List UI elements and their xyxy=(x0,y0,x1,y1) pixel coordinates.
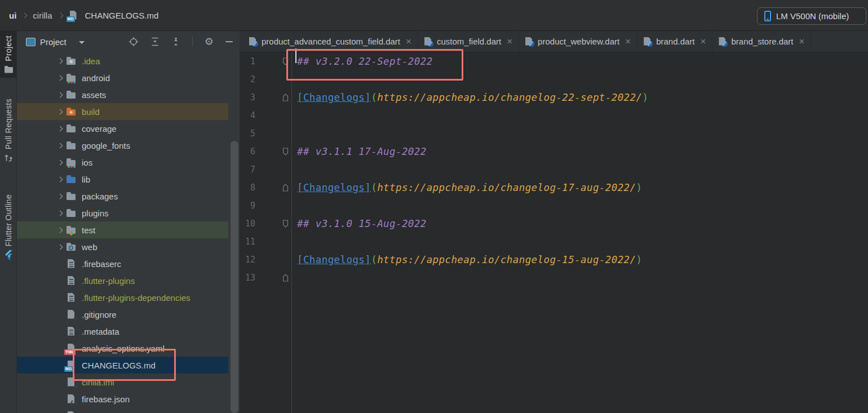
module-folder-icon xyxy=(67,73,77,83)
code-segment-p: ) xyxy=(636,254,642,265)
tree-item-plugins[interactable]: plugins xyxy=(17,205,228,221)
tree-item-label: .idea xyxy=(82,56,100,66)
fold-marker-icon[interactable] xyxy=(257,93,291,102)
tree-item-label: ios xyxy=(82,158,92,167)
tree-item-.idea[interactable]: ✳.idea xyxy=(17,52,228,69)
chevron-right-icon[interactable] xyxy=(53,110,67,114)
project-panel-title[interactable]: Project xyxy=(40,37,67,47)
line-number: 10 xyxy=(240,219,257,229)
code-line-10[interactable]: 10## v3.1.0 15-Aug-2022 xyxy=(240,215,868,233)
vertical-scrollbar[interactable] xyxy=(231,141,238,413)
line-number: 11 xyxy=(240,237,257,247)
folder-icon xyxy=(67,208,77,218)
close-tab-icon[interactable]: × xyxy=(406,37,411,46)
expand-all-icon[interactable] xyxy=(150,37,160,46)
code-line-3[interactable]: 3[Changelogs](https://appcheap.io/change… xyxy=(240,88,868,106)
file-icon xyxy=(67,411,77,413)
tree-item-coverage[interactable]: coverage xyxy=(17,120,228,137)
tree-item-google_fonts[interactable]: google_fonts xyxy=(17,137,228,154)
chevron-down-icon[interactable] xyxy=(79,41,85,44)
chevron-right-icon[interactable] xyxy=(53,211,67,215)
close-tab-icon[interactable]: × xyxy=(507,37,512,46)
line-number: 8 xyxy=(240,183,257,193)
tree-item-web[interactable]: web xyxy=(17,238,228,255)
stripe-tab-project[interactable]: Project xyxy=(0,31,17,78)
line-number: 6 xyxy=(240,146,257,157)
code-line-11[interactable]: 11 xyxy=(240,233,868,251)
chevron-right-icon[interactable] xyxy=(53,228,67,232)
tree-item-.flutter-plugins-dependencies[interactable]: .flutter-plugins-dependencies xyxy=(17,289,228,306)
tree-item-.metadata[interactable]: .metadata xyxy=(17,323,228,340)
tree-item-android[interactable]: android xyxy=(17,69,228,86)
flutter-icon xyxy=(5,250,13,260)
chevron-right-icon[interactable] xyxy=(53,144,67,148)
tree-item-build[interactable]: ✳build xyxy=(17,103,228,120)
close-tab-icon[interactable]: × xyxy=(701,37,706,46)
fold-marker-icon[interactable] xyxy=(257,219,291,228)
collapse-all-icon[interactable] xyxy=(171,37,180,46)
editor-tab-product_webview.dart[interactable]: product_webview.dart× xyxy=(519,31,637,52)
chevron-right-icon[interactable] xyxy=(53,127,67,131)
editor-tab-label: brand_store.dart xyxy=(731,37,793,46)
breadcrumb-root[interactable]: ui xyxy=(9,11,16,20)
tree-item-test[interactable]: test xyxy=(17,221,228,238)
code-segment-l: [Changelogs] xyxy=(297,182,371,193)
line-number: 4 xyxy=(240,110,257,121)
stripe-tab-pull-requests[interactable]: Pull Requests xyxy=(0,94,17,167)
code-segment-l: [Changelogs] xyxy=(297,254,371,265)
close-tab-icon[interactable]: × xyxy=(799,37,805,46)
code-line-12[interactable]: 12[Changelogs](https://appcheap.io/chang… xyxy=(240,251,868,269)
tree-item-packages[interactable]: packages xyxy=(17,188,228,205)
code-editor[interactable]: 1## v3.2.0 22-Sept-202223[Changelogs](ht… xyxy=(240,52,868,413)
chevron-right-icon[interactable] xyxy=(53,161,67,165)
tree-item-ios[interactable]: ios xyxy=(17,154,228,171)
code-line-4[interactable]: 4 xyxy=(240,106,868,125)
tree-item-.gitignore[interactable]: ⊘.gitignore xyxy=(17,306,228,323)
code-segment-p: ( xyxy=(371,92,377,103)
breadcrumb-project[interactable]: cirilla xyxy=(33,11,52,20)
ide-window: ui cirilla MD CHANGELOGS.md LM V500N (mo… xyxy=(0,0,868,413)
fold-marker-icon[interactable] xyxy=(257,147,291,156)
code-line-7[interactable]: 7 xyxy=(240,161,868,179)
code-line-5[interactable]: 5 xyxy=(240,125,868,143)
settings-gear-icon[interactable]: ⚙ xyxy=(205,37,214,47)
tree-item-assets[interactable]: assets xyxy=(17,86,228,103)
chevron-right-icon[interactable] xyxy=(53,194,67,198)
text-file-icon xyxy=(67,276,77,286)
close-tab-icon[interactable]: × xyxy=(625,37,631,46)
fold-marker-icon[interactable] xyxy=(257,273,291,282)
chevron-right-icon[interactable] xyxy=(53,177,67,181)
code-line-9[interactable]: 9 xyxy=(240,197,868,215)
chevron-right-icon[interactable] xyxy=(53,76,67,80)
code-line-8[interactable]: 8[Changelogs](https://appcheap.io/change… xyxy=(240,179,868,197)
fold-marker-icon[interactable] xyxy=(257,183,291,192)
editor-tab-brand_store.dart[interactable]: brand_store.dart× xyxy=(712,31,811,52)
tree-item-partial[interactable] xyxy=(17,407,228,413)
line-number: 2 xyxy=(240,74,257,85)
stripe-tab-flutter-outline-label: Flutter Outline xyxy=(4,194,13,246)
tree-item-.flutter-plugins[interactable]: .flutter-plugins xyxy=(17,272,228,289)
editor-tab-brand.dart[interactable]: brand.dart× xyxy=(637,31,712,52)
tree-item-.firebaserc[interactable]: .firebaserc xyxy=(17,255,228,272)
chevron-right-icon[interactable] xyxy=(53,93,67,97)
code-line-6[interactable]: 6## v3.1.1 17-Aug-2022 xyxy=(240,143,868,161)
device-selector-button[interactable]: LM V500N (mobile) xyxy=(757,7,866,25)
tool-window-stripe: Project Pull Requests Flutter Outline xyxy=(0,31,17,413)
stripe-tab-flutter-outline[interactable]: Flutter Outline xyxy=(0,190,17,264)
locate-file-icon[interactable] xyxy=(129,37,139,47)
folder-icon xyxy=(67,124,77,134)
hide-panel-icon[interactable] xyxy=(225,41,233,42)
line-number: 3 xyxy=(240,92,257,103)
breadcrumb-file[interactable]: CHANGELOGS.md xyxy=(85,11,159,20)
tree-item-label: lib xyxy=(82,175,90,184)
line-number: 13 xyxy=(240,273,257,283)
dart-file-icon xyxy=(525,37,533,46)
tree-item-label: web xyxy=(82,242,98,252)
fan-decoration: ✳ xyxy=(69,109,73,116)
code-line-13[interactable]: 13 xyxy=(240,269,868,287)
chevron-right-icon[interactable] xyxy=(53,59,67,63)
tree-item-firebase.json[interactable]: {}firebase.json xyxy=(17,390,228,407)
file-type-badge: ⊘ xyxy=(73,316,78,322)
chevron-right-icon[interactable] xyxy=(53,245,67,249)
tree-item-lib[interactable]: lib xyxy=(17,171,228,188)
